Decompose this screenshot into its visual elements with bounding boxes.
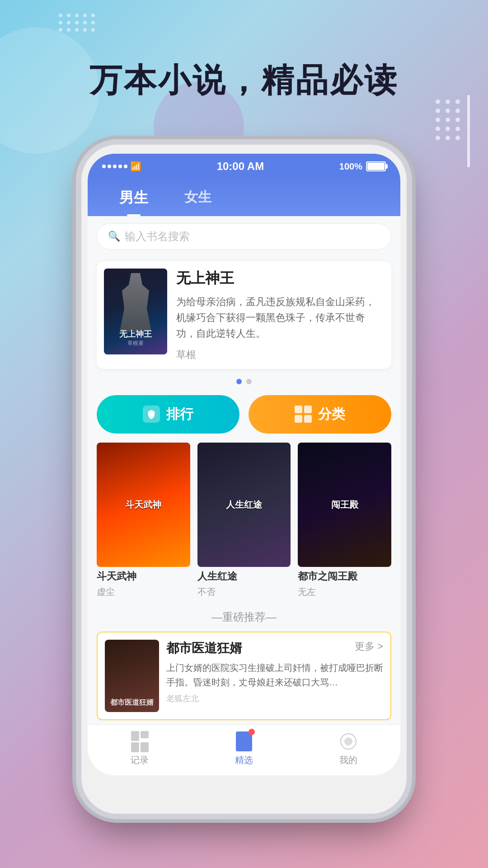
recommend-section: 更多 > 都市医道狂婿 都市医道狂婿 上门女婿的医院实习生撞破上司奸情，被打成哑… (88, 632, 400, 725)
book-item-1[interactable]: 斗天武神 斗天武神 虚尘 (97, 443, 190, 599)
search-placeholder: 输入书名搜索 (125, 229, 190, 244)
bottom-nav: 记录 精选 我的 (88, 725, 400, 775)
records-icon (130, 731, 150, 751)
status-time: 10:00 AM (217, 160, 264, 173)
more-link[interactable]: 更多 > (355, 640, 383, 653)
search-input[interactable]: 🔍 输入书名搜索 (97, 223, 391, 250)
phone-mockup: 📶 10:00 AM 100% 男生 女生 🔍 输入书名搜 (81, 145, 407, 814)
dot-2 (246, 379, 252, 384)
recommend-card[interactable]: 更多 > 都市医道狂婿 都市医道狂婿 上门女婿的医院实习生撞破上司奸情，被打成哑… (97, 632, 391, 720)
ranking-button[interactable]: 排行 (97, 395, 239, 434)
rec-info: 都市医道狂婿 上门女婿的医院实习生撞破上司奸情，被打成哑巴折断手指。昏迷时刻，丈… (166, 640, 383, 712)
cover-warrior-decoration (113, 273, 158, 332)
featured-description: 为给母亲治病，孟凡违反族规私自金山采药，机缘巧合下获得一颗黑色珠子，传承不世奇功… (176, 294, 384, 342)
headline: 万本小说，精品必读 (0, 59, 488, 102)
book-author-2: 不否 (197, 586, 291, 598)
dot-1 (236, 379, 242, 384)
featured-info: 无上神王 为给母亲治病，孟凡违反族规私自金山采药，机缘巧合下获得一颗黑色珠子，传… (176, 269, 384, 362)
grid-icon (295, 406, 312, 423)
search-icon: 🔍 (108, 231, 120, 242)
book-cover-text-1: 斗天武神 (122, 495, 165, 514)
featured-section: 无上神王 草根著 无上神王 为给母亲治病，孟凡违反族规私自金山采药，机缘巧合下获… (88, 257, 400, 373)
tab-female[interactable]: 女生 (166, 182, 230, 216)
tab-bar: 男生 女生 (88, 177, 400, 216)
rec-title: 都市医道狂婿 (166, 640, 383, 657)
tab-male[interactable]: 男生 (101, 182, 166, 216)
featured-cover-title: 无上神王 (119, 329, 152, 340)
phone-screen: 📶 10:00 AM 100% 男生 女生 🔍 输入书名搜 (88, 154, 400, 775)
deco-dots-tr (436, 99, 461, 140)
wifi-icon: 📶 (130, 161, 141, 172)
featured-cover-author: 草根著 (127, 340, 144, 347)
featured-icon (234, 731, 254, 751)
mine-icon (338, 731, 358, 751)
deco-line-tr (467, 95, 470, 167)
featured-card[interactable]: 无上神王 草根著 无上神王 为给母亲治病，孟凡违反族规私自金山采药，机缘巧合下获… (97, 261, 391, 369)
book-name-3: 都市之闯王殿 (298, 570, 391, 583)
featured-title: 无上神王 (176, 269, 384, 288)
dots-indicator (88, 373, 400, 386)
ranking-label: 排行 (166, 405, 193, 424)
book-item-2[interactable]: 人生红途 人生红途 不否 (197, 443, 291, 599)
category-button[interactable]: 分类 (249, 395, 391, 434)
book-cover-text-2: 人生红途 (222, 495, 266, 514)
search-bar-container: 🔍 输入书名搜索 (88, 216, 400, 257)
book-grid: 斗天武神 斗天武神 虚尘 人生红途 人生红途 不否 闯王殿 都市之闯王 (88, 443, 400, 606)
book-name-1: 斗天武神 (97, 570, 190, 583)
nav-mine-label: 我的 (339, 754, 357, 766)
book-item-3[interactable]: 闯王殿 都市之闯王殿 无左 (298, 443, 391, 599)
category-label: 分类 (318, 405, 345, 424)
nav-records[interactable]: 记录 (88, 731, 192, 766)
status-left: 📶 (102, 161, 141, 172)
section-title: —重磅推荐— (88, 605, 400, 632)
book-cover-1: 斗天武神 (97, 443, 190, 567)
rec-cover-text: 都市医道狂婿 (110, 698, 154, 708)
battery-icon (366, 161, 386, 171)
book-author-3: 无左 (298, 586, 391, 598)
featured-author: 草根 (176, 348, 384, 362)
signal-dots (102, 165, 127, 168)
book-cover-text-3: 闯王殿 (328, 495, 362, 514)
nav-records-label: 记录 (131, 754, 149, 766)
book-cover-2: 人生红途 (197, 443, 291, 567)
status-right: 100% (339, 161, 386, 172)
action-buttons: 排行 分类 (88, 386, 400, 443)
rec-cover: 都市医道狂婿 (105, 640, 159, 712)
book-name-2: 人生红途 (197, 570, 291, 583)
phone-shell: 📶 10:00 AM 100% 男生 女生 🔍 输入书名搜 (81, 145, 407, 814)
book-author-1: 虚尘 (97, 586, 190, 598)
rec-author: 老狐左北 (166, 693, 383, 704)
deco-dots-tl (59, 14, 96, 32)
book-cover-3: 闯王殿 (298, 443, 391, 567)
rec-description: 上门女婿的医院实习生撞破上司奸情，被打成哑巴折断手指。昏迷时刻，丈母娘赶来还破口… (166, 660, 383, 689)
shield-icon (143, 406, 160, 423)
battery-percent: 100% (339, 161, 362, 172)
nav-featured-label: 精选 (235, 754, 253, 766)
nav-featured[interactable]: 精选 (192, 731, 296, 766)
status-bar: 📶 10:00 AM 100% (88, 154, 400, 177)
featured-cover: 无上神王 草根著 (104, 269, 167, 354)
nav-mine[interactable]: 我的 (296, 731, 400, 766)
